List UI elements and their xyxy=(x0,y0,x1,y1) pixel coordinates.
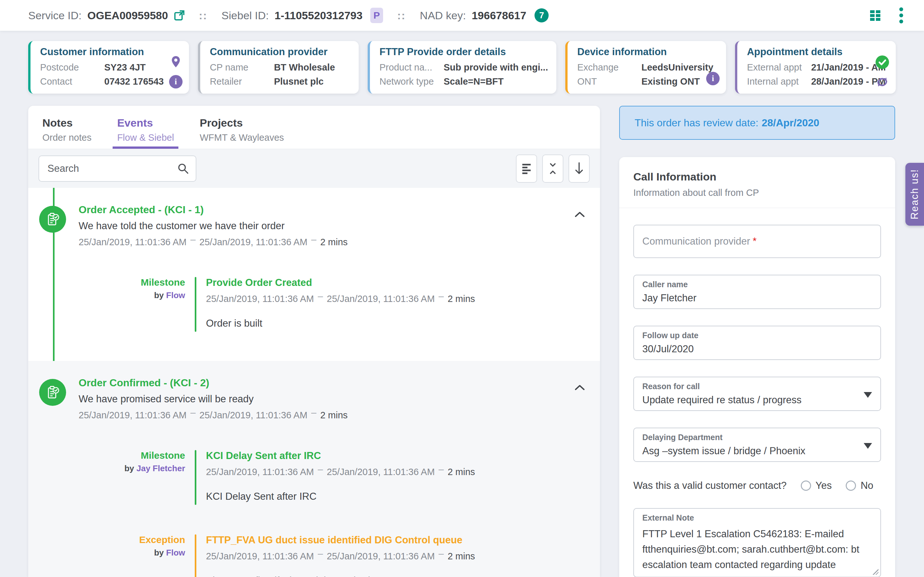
external-link-icon[interactable] xyxy=(174,10,185,21)
event-dates: 25/Jan/2019, 11:01:36 AM–25/Jan/2019, 11… xyxy=(79,237,585,247)
resize-handle[interactable] xyxy=(871,568,879,575)
radio-yes[interactable] xyxy=(801,480,811,491)
siebel-id-value: 1-1105520312793 xyxy=(275,9,363,22)
reason-for-call-select[interactable]: Reason for call Update required re statu… xyxy=(633,377,881,411)
item-kind: Exception xyxy=(79,534,185,545)
item-author: by Flow xyxy=(79,548,185,558)
scroll-to-bottom-button[interactable] xyxy=(569,155,590,183)
row-label: Network type xyxy=(380,74,444,89)
search-icon[interactable] xyxy=(177,163,189,176)
event-dates: 25/Jan/2019, 11:01:36 AM–25/Jan/2019, 11… xyxy=(79,410,585,421)
order-event-icon xyxy=(39,379,66,406)
events-timeline: Order Accepted - (KCI - 1) We have told … xyxy=(28,188,600,577)
call-information-subtitle: Information about call from CP xyxy=(633,187,881,198)
card-title: Device information xyxy=(577,46,718,58)
order-management-app: Service ID: OGEA00959580 :: Siebel ID: 1… xyxy=(0,0,924,577)
external-note-textarea[interactable]: External Note FTTP Level 1 Escalation C5… xyxy=(633,508,881,577)
follow-up-date-field[interactable]: Follow up date 30/Jul/2020 xyxy=(633,326,881,360)
chevron-up-icon[interactable] xyxy=(574,211,585,219)
nad-key-value: 196678617 xyxy=(472,9,526,22)
item-author: by Flow xyxy=(79,290,185,300)
service-id-label: Service ID: xyxy=(28,9,81,22)
item-body: Order is built xyxy=(206,318,585,332)
row-label: ONT xyxy=(577,74,641,89)
nad-key-label: NAD key: xyxy=(420,9,466,22)
communication-provider-field[interactable]: Communication provider * xyxy=(633,225,881,258)
refresh-appointment-icon[interactable] xyxy=(875,75,889,90)
tab-events[interactable]: Events Flow & Siebel xyxy=(113,117,178,149)
row-value: Sub provide with engi... xyxy=(444,60,548,74)
row-label: Internal appt xyxy=(747,74,811,89)
collapse-vertical-icon xyxy=(548,162,557,175)
row-value: Plusnet plc xyxy=(274,74,324,89)
separator: :: xyxy=(199,9,208,22)
siebel-p-badge[interactable]: P xyxy=(370,8,383,23)
summary-cards: Customer information PostcodeSY23 4JT Co… xyxy=(28,41,896,93)
search-box xyxy=(39,155,196,182)
appointment-details-card: Appointment details External appt21/Jan/… xyxy=(735,41,896,93)
delaying-department-select[interactable]: Delaying Department Asg –system issue / … xyxy=(633,428,881,462)
item-title: Provide Order Created xyxy=(206,277,585,288)
row-label: External appt xyxy=(747,60,811,74)
panel-tabs: Notes Order notes Events Flow & Siebel P… xyxy=(28,106,600,149)
tab-projects[interactable]: Projects WFMT & Wayleaves xyxy=(195,117,288,149)
arrow-down-icon xyxy=(574,161,584,176)
order-event-icon xyxy=(39,206,66,233)
item-dates: 25/Jan/2019, 11:01:36 AM–25/Jan/2019, 11… xyxy=(206,467,585,477)
item-title: FTTP_FVA UG duct issue identified DIG Co… xyxy=(206,534,585,546)
siebel-id-label: Siebel ID: xyxy=(221,9,268,22)
milestone-kci-delay: Milestone by Jay Fletcher KCI Delay Sent… xyxy=(79,450,585,505)
device-information-card: Device information ExchangeLeedsUniversi… xyxy=(565,41,726,93)
item-body: Please confirm if Dig work is required xyxy=(206,575,585,577)
align-list-icon xyxy=(521,163,532,175)
service-id-value[interactable]: OGEA00959580 xyxy=(87,9,168,22)
caller-name-field[interactable]: Caller name Jay Fletcher xyxy=(633,275,881,309)
call-information-card: Call Information Information about call … xyxy=(619,157,895,577)
card-title: Communication provider xyxy=(210,46,351,58)
valid-contact-no-option[interactable]: No xyxy=(846,480,873,492)
info-icon[interactable]: i xyxy=(169,75,183,89)
align-view-button[interactable] xyxy=(516,155,537,183)
milestone-provide-order-created: Milestone by Flow Provide Order Created … xyxy=(79,277,585,332)
tab-notes[interactable]: Notes Order notes xyxy=(38,117,96,149)
row-label: Postcode xyxy=(40,60,104,74)
separator: :: xyxy=(397,9,406,22)
valid-contact-yes-option[interactable]: Yes xyxy=(801,480,832,492)
row-label: Exchange xyxy=(577,60,641,74)
event-subtitle: We have told the customer we have their … xyxy=(79,220,585,232)
topbar: Service ID: OGEA00959580 :: Siebel ID: 1… xyxy=(0,0,924,31)
card-title: Customer information xyxy=(40,46,181,58)
info-icon[interactable]: i xyxy=(706,72,720,85)
exception-ug-duct-issue: Exception by Flow FTTP_FVA UG duct issue… xyxy=(79,534,585,577)
row-value: Scale=N=BFT xyxy=(444,74,504,89)
valid-contact-question-row: Was this a valid customer contact? Yes N… xyxy=(633,480,881,492)
topbar-actions xyxy=(868,7,903,24)
event-list-actions xyxy=(516,155,590,183)
divider xyxy=(619,208,895,208)
events-toolbar xyxy=(28,149,600,188)
fttp-order-details-card: FTTP Provide order details Product na...… xyxy=(368,41,556,93)
chevron-up-icon[interactable] xyxy=(574,384,585,392)
radio-no[interactable] xyxy=(846,480,856,491)
call-information-column: This order has review date:28/Apr/2020 C… xyxy=(619,106,895,577)
appointment-confirmed-icon xyxy=(875,55,889,71)
nad-count-badge[interactable]: 7 xyxy=(535,8,549,23)
item-body: KCI Delay Sent after IRC xyxy=(206,491,585,505)
reach-us-tab[interactable]: Reach us! xyxy=(905,163,924,226)
communication-provider-card: Communication provider CP nameBT Wholesa… xyxy=(198,41,359,93)
review-date-banner: This order has review date:28/Apr/2020 xyxy=(619,106,895,140)
row-label: Retailer xyxy=(210,74,274,89)
collapse-all-button[interactable] xyxy=(542,155,564,183)
row-value: LeedsUniversity xyxy=(641,60,713,74)
item-title: KCI Delay Sent after IRC xyxy=(206,450,585,462)
order-identifiers: Service ID: OGEA00959580 :: Siebel ID: 1… xyxy=(28,8,549,23)
kebab-menu-icon[interactable] xyxy=(899,7,903,24)
row-label: CP name xyxy=(210,60,274,74)
item-accent-bar xyxy=(195,277,196,332)
row-value: 21/Jan/2019 - AM xyxy=(811,60,886,74)
grid-menu-icon[interactable] xyxy=(868,8,882,23)
search-input[interactable] xyxy=(39,155,196,182)
item-kind: Milestone xyxy=(79,450,185,461)
event-title: Order Accepted - (KCI - 1) xyxy=(79,204,585,216)
location-pin-icon[interactable] xyxy=(170,55,182,71)
